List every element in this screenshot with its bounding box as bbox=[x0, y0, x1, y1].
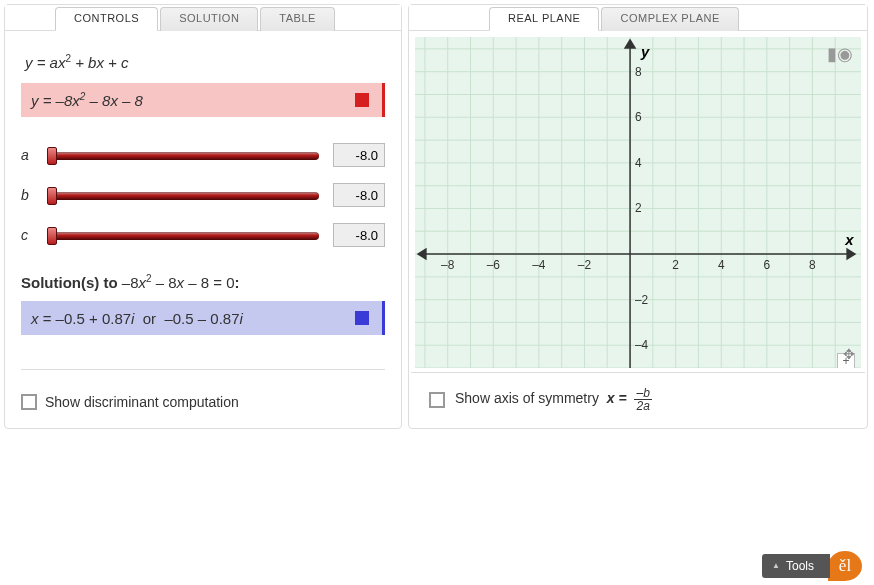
x-axis-label: x bbox=[844, 232, 854, 248]
solution-text: x = –0.5 + 0.87i or –0.5 – 0.87i bbox=[31, 310, 243, 327]
svg-text:–2: –2 bbox=[578, 258, 591, 272]
y-axis-label: y bbox=[640, 44, 650, 60]
graph-svg: y x –8–6–4–2 2468 8642 –2–4–6–8 bbox=[415, 37, 861, 368]
tab-solution[interactable]: SOLUTION bbox=[160, 7, 258, 31]
svg-text:2: 2 bbox=[635, 201, 642, 215]
right-tabs: REAL PLANE COMPLEX PLANE bbox=[409, 5, 867, 31]
svg-text:6: 6 bbox=[635, 110, 642, 124]
axis-symmetry-row: Show axis of symmetry x = –b2a bbox=[411, 372, 865, 426]
pan-icon[interactable]: ✥ bbox=[843, 346, 855, 362]
svg-text:8: 8 bbox=[809, 258, 816, 272]
show-discriminant-checkbox[interactable] bbox=[21, 394, 37, 410]
show-discriminant-label: Show discriminant computation bbox=[45, 394, 239, 410]
slider-b-label: b bbox=[21, 187, 33, 203]
slider-b-value[interactable] bbox=[333, 183, 385, 207]
slider-a[interactable] bbox=[43, 146, 323, 164]
right-panel: REAL PLANE COMPLEX PLANE bbox=[408, 4, 868, 429]
equation-text: y = –8x2 – 8x – 8 bbox=[31, 91, 143, 109]
solution-color-swatch bbox=[355, 311, 369, 325]
svg-text:2: 2 bbox=[672, 258, 679, 272]
show-discriminant-row: Show discriminant computation bbox=[21, 394, 385, 410]
brand-badge[interactable]: ěl bbox=[828, 551, 862, 581]
svg-text:6: 6 bbox=[764, 258, 771, 272]
tools-footer: Tools ěl bbox=[762, 551, 862, 581]
tab-table[interactable]: TABLE bbox=[260, 7, 335, 31]
slider-a-label: a bbox=[21, 147, 33, 163]
slider-a-row: a bbox=[21, 143, 385, 167]
svg-text:–2: –2 bbox=[635, 293, 648, 307]
tab-real-plane[interactable]: REAL PLANE bbox=[489, 7, 599, 31]
solutions-header: Solution(s) to –8x2 – 8x – 8 = 0: bbox=[21, 273, 385, 291]
svg-text:–4: –4 bbox=[635, 338, 649, 352]
show-axis-checkbox[interactable] bbox=[429, 392, 445, 408]
slider-c-value[interactable] bbox=[333, 223, 385, 247]
show-axis-label: Show axis of symmetry x = –b2a bbox=[455, 387, 652, 412]
solution-display: x = –0.5 + 0.87i or –0.5 – 0.87i bbox=[21, 301, 385, 335]
svg-text:–4: –4 bbox=[532, 258, 546, 272]
camera-icon[interactable]: ▮◉ bbox=[827, 43, 853, 65]
graph-area[interactable]: y x –8–6–4–2 2468 8642 –2–4–6–8 bbox=[415, 37, 861, 368]
divider bbox=[21, 369, 385, 370]
slider-c[interactable] bbox=[43, 226, 323, 244]
slider-c-row: c bbox=[21, 223, 385, 247]
equation-color-swatch bbox=[355, 93, 369, 107]
svg-text:–6: –6 bbox=[487, 258, 501, 272]
svg-marker-40 bbox=[418, 249, 426, 259]
equation-display: y = –8x2 – 8x – 8 bbox=[21, 83, 385, 117]
svg-marker-39 bbox=[847, 249, 855, 259]
tab-controls[interactable]: CONTROLS bbox=[55, 7, 158, 31]
svg-marker-41 bbox=[625, 40, 635, 48]
svg-text:4: 4 bbox=[635, 156, 642, 170]
svg-text:–8: –8 bbox=[441, 258, 455, 272]
slider-b[interactable] bbox=[43, 186, 323, 204]
left-tabs: CONTROLS SOLUTION TABLE bbox=[5, 5, 401, 31]
tab-complex-plane[interactable]: COMPLEX PLANE bbox=[601, 7, 738, 31]
slider-c-label: c bbox=[21, 227, 33, 243]
svg-text:8: 8 bbox=[635, 65, 642, 79]
slider-b-row: b bbox=[21, 183, 385, 207]
svg-text:4: 4 bbox=[718, 258, 725, 272]
left-panel: CONTROLS SOLUTION TABLE y = ax2 + bx + c… bbox=[4, 4, 402, 429]
tools-button[interactable]: Tools bbox=[762, 554, 830, 578]
general-formula: y = ax2 + bx + c bbox=[25, 53, 385, 71]
slider-a-value[interactable] bbox=[333, 143, 385, 167]
